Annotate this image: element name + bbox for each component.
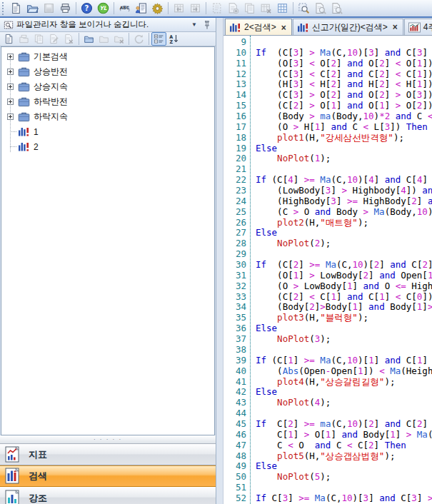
tree-item[interactable]: 기본검색 [1,49,214,64]
code-line: plot5(H,"상승갭삼법형"); [256,451,432,462]
doc-search-icon[interactable] [328,1,345,16]
code-line [256,483,432,493]
tree-item[interactable]: 하락반전 [1,94,214,109]
folder-icon[interactable] [96,32,111,46]
vertical-splitter[interactable] [217,18,223,504]
report-dashed-icon[interactable] [209,1,225,16]
chart-icon [229,22,241,33]
code-line: NoPlot(2); [256,238,432,249]
doc-search-icon[interactable] [312,1,328,16]
tree-item[interactable]: 상승반전 [1,64,214,79]
tree-view-icon[interactable] [151,32,166,46]
code-line: (C[3] > O[2] and O[2] > O[3]) [256,90,432,101]
line-number: 35 [223,313,246,323]
line-number: 12 [223,69,246,80]
grid-icon[interactable] [274,1,291,16]
chevron-down-icon[interactable]: ▼ [188,21,201,28]
close-icon[interactable]: × [281,24,286,32]
expand-icon[interactable] [7,84,14,90]
tree-connector [10,146,16,147]
tree-item[interactable]: 하락지속 [1,109,214,124]
main-toolbar: ?YLABC [0,0,432,18]
line-number: 47 [223,440,246,451]
editor-tab[interactable]: 2<검색>× [225,19,292,36]
yeslanguage-icon[interactable]: YL [95,1,111,16]
folder-new-icon[interactable] [81,32,96,46]
save-icon[interactable] [41,1,57,16]
expand-icon[interactable] [7,54,14,60]
expand-icon[interactable] [7,99,14,105]
code-line: (O > H[1] and C < L[3]) Then [256,122,432,133]
code-line: If C[3] >= Ma(C,10)[3] and C[3] > [256,493,432,504]
tab-label: 2<검색> [244,21,276,34]
edit-icon[interactable] [46,32,61,46]
code-line: (Body[2]>Body[1] and Body[1]>B [256,302,432,313]
code-editor[interactable]: 9101112131415161718192021222324252627282… [223,36,432,504]
close-icon[interactable]: × [393,23,398,31]
open-folder-icon[interactable] [24,1,41,16]
file-tree: 기본검색상승반전상승지속하락반전하락지속12 [1,46,215,435]
line-number: 52 [223,493,246,504]
open-file-icon[interactable] [16,32,31,46]
script-editor-icon[interactable] [133,1,149,16]
line-number: 10 [223,48,246,59]
report-add-icon[interactable] [225,1,241,16]
line-number: 19 [223,143,246,154]
line-number: 40 [223,366,246,377]
settings-icon[interactable] [149,1,166,16]
tree-item-label: 상승지속 [34,81,68,93]
table-close-icon[interactable] [258,1,274,16]
nav-button-강조[interactable]: 강조 [0,487,216,504]
tree-item[interactable]: 2 [1,139,214,154]
toolbar-grip[interactable] [2,2,6,15]
line-number: 38 [223,345,246,356]
folder-icon [18,111,30,122]
refresh-icon[interactable] [131,32,146,46]
line-number: 17 [223,122,246,133]
spellcheck-icon[interactable]: ABC [116,1,133,16]
toolbar-separator [206,2,206,14]
svg-text:YL: YL [99,5,106,11]
tree-item[interactable]: 1 [1,124,214,139]
pin-icon[interactable] [201,19,214,31]
nav-button-검색[interactable]: 검색 [0,465,216,487]
horizontal-splitter[interactable]: · · · · · [0,435,216,444]
code-line: plot2(H,"매트형"); [256,218,432,228]
expand-icon[interactable] [7,69,14,75]
code-line: If (C[1] >= Ma(C,10)[1] and C[1] < [256,356,432,366]
tree-item[interactable]: 상승지속 [1,79,214,94]
editor-tab[interactable]: 4주신고가 [404,19,432,35]
indicator-icon [4,445,22,464]
line-number: 39 [223,356,246,366]
editor-tab[interactable]: 신고가(일간)<검색>× [293,19,403,35]
code-line [256,37,432,48]
code-line: (LowBody[3] > Highbody[4]) and [256,186,432,196]
new-file-icon[interactable] [8,1,24,16]
code-lines[interactable]: If (C[3] > Ma(C,10)[3] and C[3] > (O[3] … [251,36,432,504]
tree-item-label: 기본검색 [34,51,68,63]
delete-doc-icon[interactable] [61,32,76,46]
line-number: 45 [223,419,246,430]
nav-button-지표[interactable]: 지표 [0,444,216,465]
code-line: Else [256,387,432,398]
report-copy-icon[interactable] [241,1,258,16]
copy-icon[interactable] [31,32,46,46]
table-next-icon[interactable] [187,1,204,16]
line-number: 9 [223,37,246,48]
zoom-select-icon[interactable] [296,1,312,16]
sort-az-icon[interactable]: AZ [166,32,181,46]
toolbar-separator [293,2,293,14]
code-line: NoPlot(3); [256,334,432,345]
code-line: plot4(H,"상승갈림길형"); [256,377,432,388]
print-icon[interactable] [57,1,74,16]
file-manager-icon [2,19,15,31]
new-file-icon[interactable] [1,32,16,46]
help-icon[interactable]: ? [79,1,95,16]
folder-delete-icon[interactable] [111,32,126,46]
code-line: plot3(H,"블럭형"); [256,313,432,323]
tab-label: 신고가(일간)<검색> [312,21,388,34]
panel-title: 파일관리자 창을 보이거나 숨깁니다. [15,19,188,30]
table-prev-icon[interactable] [171,1,187,16]
expand-icon[interactable] [7,114,14,120]
tab-label: 4주신고가 [423,21,432,34]
